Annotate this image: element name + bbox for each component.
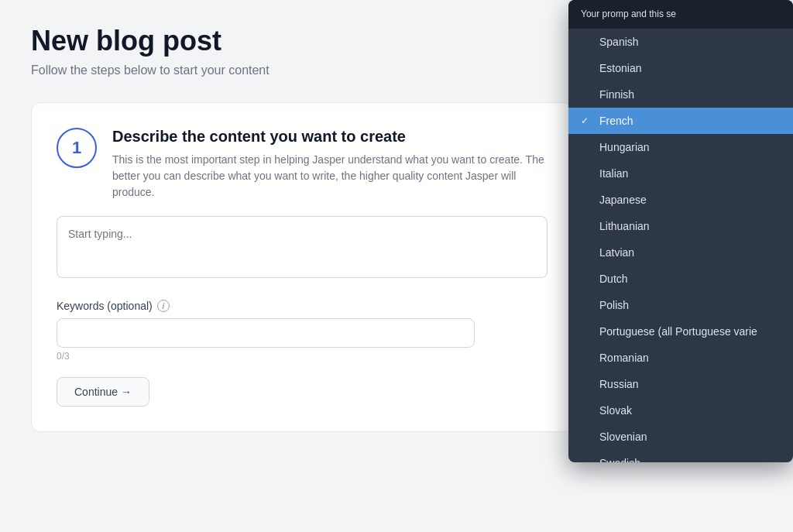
language-dropdown: Your promp and this se SpanishEstonianFi… xyxy=(568,0,793,462)
language-item-portuguese[interactable]: Portuguese (all Portuguese varie xyxy=(568,318,793,345)
language-label: Polish xyxy=(599,299,629,311)
language-label: Hungarian xyxy=(599,141,650,153)
language-item-japanese[interactable]: Japanese xyxy=(568,187,793,213)
keywords-input[interactable] xyxy=(57,318,475,348)
keywords-count: 0/3 xyxy=(57,351,548,362)
textarea-wrapper xyxy=(57,216,548,281)
page-title: New blog post xyxy=(31,25,573,57)
content-textarea[interactable] xyxy=(57,216,548,278)
language-item-spanish[interactable]: Spanish xyxy=(568,29,793,55)
language-label: Russian xyxy=(599,378,639,390)
language-item-french[interactable]: ✓French xyxy=(568,108,793,134)
language-item-finnish[interactable]: Finnish xyxy=(568,81,793,108)
continue-button[interactable]: Continue → xyxy=(57,377,149,407)
language-item-slovak[interactable]: Slovak xyxy=(568,397,793,424)
dropdown-tooltip: Your promp and this se xyxy=(568,0,793,29)
language-item-estonian[interactable]: Estonian xyxy=(568,55,793,81)
language-label: Swedish xyxy=(599,457,640,462)
language-item-italian[interactable]: Italian xyxy=(568,160,793,187)
language-item-latvian[interactable]: Latvian xyxy=(568,239,793,266)
language-item-russian[interactable]: Russian xyxy=(568,371,793,397)
language-label: Lithuanian xyxy=(599,220,650,232)
language-label: Spanish xyxy=(599,36,639,48)
language-label: Slovenian xyxy=(599,431,647,443)
language-item-polish[interactable]: Polish xyxy=(568,292,793,318)
step-title: Describe the content you want to create xyxy=(112,128,548,146)
language-label: Italian xyxy=(599,167,628,180)
language-label: Finnish xyxy=(599,88,634,101)
language-label: Dutch xyxy=(599,273,628,285)
language-label: Estonian xyxy=(599,62,641,74)
main-content: New blog post Follow the steps below to … xyxy=(0,0,604,457)
step-header: 1 Describe the content you want to creat… xyxy=(57,128,548,201)
keywords-label: Keywords (optional) i xyxy=(57,300,548,312)
language-label: Romanian xyxy=(599,352,649,364)
language-label: Latvian xyxy=(599,246,634,259)
language-item-slovenian[interactable]: Slovenian xyxy=(568,424,793,450)
language-label: Slovak xyxy=(599,404,632,417)
language-item-hungarian[interactable]: Hungarian xyxy=(568,134,793,160)
step-description: This is the most important step in helpi… xyxy=(112,152,548,201)
language-item-dutch[interactable]: Dutch xyxy=(568,266,793,292)
language-item-swedish[interactable]: Swedish xyxy=(568,450,793,462)
language-label: French xyxy=(599,115,633,127)
step-card: 1 Describe the content you want to creat… xyxy=(31,102,573,432)
checkmark-icon: ✓ xyxy=(581,115,593,126)
language-item-lithuanian[interactable]: Lithuanian xyxy=(568,213,793,239)
info-icon: i xyxy=(157,300,170,312)
language-label: Portuguese (all Portuguese varie xyxy=(599,325,757,338)
language-list: SpanishEstonianFinnish✓FrenchHungarianIt… xyxy=(568,29,793,462)
step-info: Describe the content you want to create … xyxy=(112,128,548,201)
language-label: Japanese xyxy=(599,194,647,206)
language-item-romanian[interactable]: Romanian xyxy=(568,345,793,371)
step-number-badge: 1 xyxy=(57,128,97,168)
keywords-section: Keywords (optional) i 0/3 xyxy=(57,300,548,362)
page-subtitle: Follow the steps below to start your con… xyxy=(31,63,573,77)
